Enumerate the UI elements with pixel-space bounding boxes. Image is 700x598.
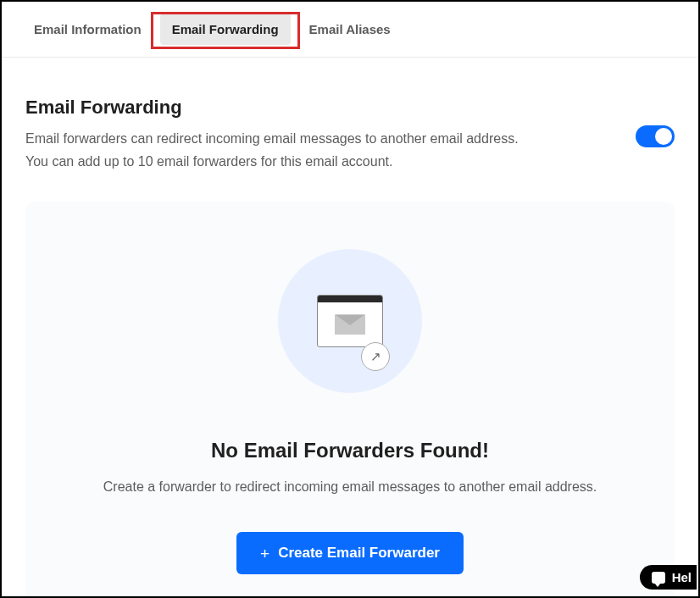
- empty-state-description: Create a forwarder to redirect incoming …: [49, 479, 651, 495]
- create-button-label: Create Email Forwarder: [278, 545, 440, 562]
- chat-icon: [652, 572, 665, 584]
- section-title: Email Forwarding: [25, 97, 622, 119]
- plus-icon: +: [260, 545, 269, 562]
- forward-arrow-icon: ↗: [361, 342, 390, 371]
- tab-email-aliases[interactable]: Email Aliases: [297, 14, 403, 45]
- section-description-line1: Email forwarders can redirect incoming e…: [25, 127, 622, 150]
- help-label: Hel: [672, 570, 692, 584]
- section-description-line2: You can add up to 10 email forwarders fo…: [25, 150, 622, 173]
- help-chat-widget[interactable]: Hel: [640, 565, 697, 590]
- tab-email-forwarding[interactable]: Email Forwarding: [160, 14, 291, 45]
- empty-state-illustration: ↗: [278, 249, 422, 393]
- create-email-forwarder-button[interactable]: + Create Email Forwarder: [236, 532, 464, 574]
- window-icon: [317, 295, 383, 347]
- empty-state-title: No Email Forwarders Found!: [49, 439, 651, 462]
- tab-email-information[interactable]: Email Information: [22, 14, 153, 45]
- main-content: Email Forwarding Email forwarders can re…: [2, 58, 698, 598]
- envelope-icon: [335, 314, 365, 335]
- empty-state-card: ↗ No Email Forwarders Found! Create a fo…: [25, 202, 675, 598]
- heading-row: Email Forwarding Email forwarders can re…: [25, 97, 675, 173]
- tab-bar: Email Information Email Forwarding Email…: [2, 2, 698, 58]
- forwarding-toggle[interactable]: [636, 125, 675, 147]
